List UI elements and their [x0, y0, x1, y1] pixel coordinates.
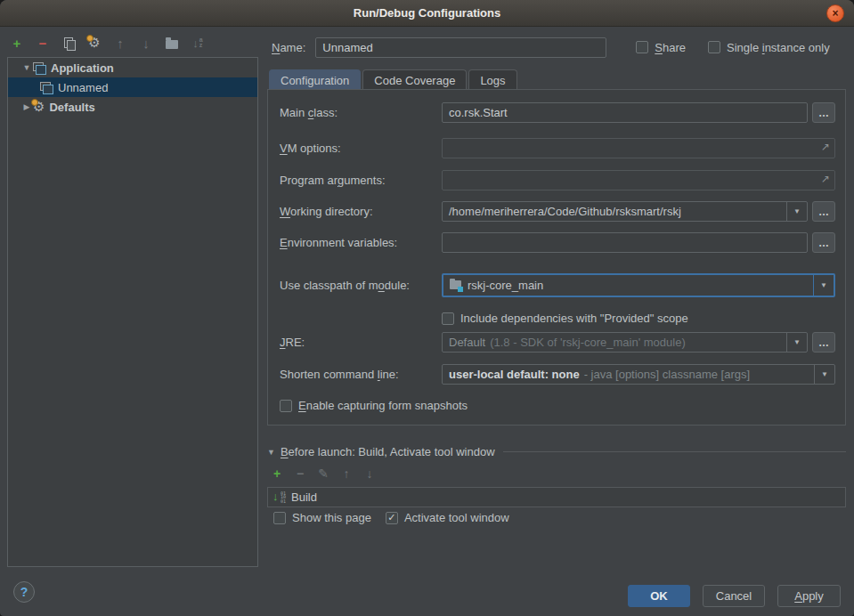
configuration-panel: Main class: co.rsk.Start … VM options: ↗… [267, 89, 846, 426]
remove-configuration-icon[interactable]: − [35, 35, 51, 51]
apply-button[interactable]: Apply [777, 585, 841, 607]
main-class-input[interactable]: co.rsk.Start [442, 102, 808, 123]
tree-node-application[interactable]: ▼ Application [8, 58, 257, 77]
before-launch-toolbar: + − ✎ ↑ ↓ [270, 466, 377, 481]
move-up-icon[interactable]: ↑ [112, 35, 128, 51]
tab-logs[interactable]: Logs [468, 69, 516, 90]
add-task-icon[interactable]: + [270, 466, 284, 481]
use-classpath-row: Use classpath of module: rskj-core_main … [280, 273, 835, 297]
shorten-command-line-row: Shorten command line: user-local default… [280, 364, 835, 385]
window-title: Run/Debug Configurations [354, 6, 500, 20]
vm-options-label: VM options: [280, 142, 442, 155]
expand-field-icon[interactable]: ↗ [821, 141, 830, 153]
remove-task-icon[interactable]: − [293, 466, 307, 481]
run-debug-configurations-dialog: Run/Debug Configurations × + − ⚙ ↑ ↓ ↓ a… [0, 0, 854, 616]
chevron-down-icon: ▼ [814, 365, 834, 384]
collapse-section-icon[interactable]: ▼ [267, 448, 275, 457]
before-launch-options: Show this page ✓ Activate tool window [273, 511, 509, 524]
vm-options-row: VM options: ↗ [280, 138, 835, 158]
move-task-up-icon[interactable]: ↑ [339, 466, 354, 481]
include-dependencies-row: Include dependencies with "Provided" sco… [280, 308, 835, 328]
chevron-down-icon: ▼ [813, 275, 834, 296]
browse-jre-button[interactable]: … [812, 332, 835, 353]
tab-bar: Configuration Code Coverage Logs [269, 69, 519, 90]
main-class-label: Main class: [280, 106, 442, 119]
chevron-down-icon[interactable]: ▼ [20, 63, 33, 72]
checkbox-box [708, 41, 720, 53]
jre-combobox[interactable]: Default(1.8 - SDK of 'rskj-core_main' mo… [442, 332, 808, 353]
edit-task-icon[interactable]: ✎ [316, 466, 330, 481]
browse-main-class-button[interactable]: … [812, 102, 835, 123]
jre-row: JRE: Default(1.8 - SDK of 'rskj-core_mai… [280, 332, 835, 353]
configurations-toolbar: + − ⚙ ↑ ↓ ↓ a z [9, 32, 206, 53]
enable-capturing-checkbox[interactable]: Enable capturing form snapshots [280, 399, 468, 412]
environment-variables-input[interactable] [442, 232, 808, 253]
tab-configuration[interactable]: Configuration [269, 69, 361, 90]
application-type-icon [40, 82, 53, 93]
build-icon: ↓ 011001 [272, 491, 287, 504]
configurations-tree: ▼ Application Unnamed ▶ ⚙ Defaults [7, 57, 258, 567]
browse-working-directory-button[interactable]: … [812, 201, 835, 222]
sort-configurations-icon[interactable]: ↓ a z [190, 35, 206, 51]
application-type-icon [33, 62, 46, 74]
shorten-command-line-label: Shorten command line: [280, 368, 442, 381]
shorten-command-line-combobox[interactable]: user-local default: none- java [options]… [442, 364, 835, 385]
use-classpath-label: Use classpath of module: [280, 279, 442, 292]
check-icon: ✓ [387, 512, 395, 523]
expand-field-icon[interactable]: ↗ [821, 173, 830, 185]
name-label: Name: [272, 41, 305, 54]
main-class-row: Main class: co.rsk.Start … [280, 102, 835, 123]
tree-node-unnamed[interactable]: Unnamed [8, 77, 257, 97]
program-arguments-input[interactable]: ↗ [442, 170, 835, 190]
chevron-down-icon: ▼ [786, 202, 807, 221]
cancel-button[interactable]: Cancel [703, 585, 765, 607]
program-arguments-row: Program arguments: ↗ [280, 170, 835, 190]
working-directory-combobox[interactable]: /home/meriherrera/Code/Github/rsksmart/r… [442, 201, 808, 222]
help-button[interactable]: ? [13, 581, 35, 603]
before-launch-header[interactable]: ▼ Before launch: Build, Activate tool wi… [267, 445, 846, 458]
titlebar: Run/Debug Configurations × [0, 0, 854, 27]
tree-node-label: Defaults [49, 101, 94, 114]
copy-configuration-icon[interactable] [61, 35, 77, 51]
show-this-page-checkbox[interactable]: Show this page [273, 511, 371, 524]
checkbox-box [273, 512, 286, 524]
before-launch-task-list: ↓ 011001 Build [267, 487, 846, 507]
defaults-icon: ⚙ [33, 99, 45, 115]
tree-node-label: Application [51, 61, 114, 75]
working-directory-row: Working directory: /home/meriherrera/Cod… [280, 201, 835, 222]
move-task-down-icon[interactable]: ↓ [362, 466, 377, 481]
ok-button[interactable]: OK [628, 585, 690, 607]
tab-code-coverage[interactable]: Code Coverage [362, 69, 467, 90]
working-directory-label: Working directory: [280, 205, 442, 218]
tree-node-defaults[interactable]: ▶ ⚙ Defaults [8, 97, 257, 117]
program-arguments-label: Program arguments: [280, 174, 442, 187]
enable-capturing-row: Enable capturing form snapshots [280, 395, 835, 416]
new-folder-icon[interactable] [164, 35, 180, 51]
question-icon: ? [20, 585, 28, 599]
checkbox-box [636, 41, 648, 53]
chevron-down-icon: ▼ [786, 333, 807, 352]
checkbox-box-checked: ✓ [386, 512, 398, 524]
section-divider [503, 451, 846, 452]
share-checkbox[interactable]: Share [636, 41, 686, 54]
checkbox-box [442, 312, 454, 325]
name-row: Name: Unnamed Share Single instance only [272, 36, 845, 58]
module-icon [450, 280, 462, 290]
add-configuration-icon[interactable]: + [9, 35, 25, 51]
activate-tool-window-checkbox[interactable]: ✓ Activate tool window [386, 511, 509, 524]
vm-options-input[interactable]: ↗ [442, 138, 835, 158]
environment-variables-label: Environment variables: [280, 236, 442, 249]
single-instance-checkbox[interactable]: Single instance only [708, 41, 830, 54]
environment-variables-row: Environment variables: … [280, 232, 835, 253]
classpath-module-combobox[interactable]: rskj-core_main ▼ [442, 273, 835, 297]
browse-environment-variables-button[interactable]: … [812, 232, 835, 253]
move-down-icon[interactable]: ↓ [138, 35, 154, 51]
checkbox-box [280, 400, 292, 412]
close-icon[interactable]: × [826, 4, 844, 22]
name-input[interactable]: Unnamed [315, 37, 606, 58]
edit-defaults-icon[interactable]: ⚙ [86, 35, 102, 51]
tree-node-label: Unnamed [58, 81, 108, 94]
include-dependencies-checkbox[interactable]: Include dependencies with "Provided" sco… [442, 312, 688, 325]
task-label: Build [291, 490, 317, 504]
task-row-build[interactable]: ↓ 011001 Build [268, 488, 845, 507]
